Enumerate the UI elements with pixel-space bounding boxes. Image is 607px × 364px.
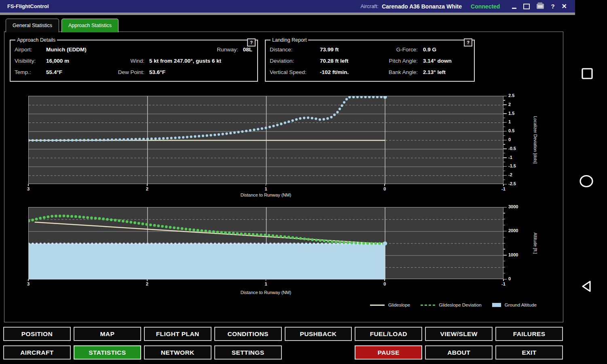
altitude-chart-plot-area (28, 207, 503, 279)
map-button[interactable]: MAP (74, 327, 141, 341)
dew-point-label: Dew Point: (110, 69, 144, 75)
localizer-x-axis-title: Distance to Runway (NM) (28, 193, 503, 197)
y-axis-tick-label: 1.5 (508, 111, 514, 116)
settings-button[interactable]: SETTINGS (214, 345, 282, 360)
tab-general-statistics[interactable]: General Statistics (6, 19, 59, 32)
y-axis-tick-label: 0.5 (508, 128, 514, 133)
y-axis-minor-tick (503, 135, 505, 136)
approach-row-visibility: Visibility: 16,000 m Wind: 5 kt from 247… (15, 55, 253, 66)
visibility-label: Visibility: (15, 58, 46, 64)
about-button[interactable]: ABOUT (425, 345, 493, 360)
y-axis-tick (503, 140, 507, 141)
y-axis-tick (503, 104, 507, 105)
y-axis-minor-tick (503, 225, 505, 225)
y-axis-tick (503, 279, 507, 280)
y-axis-tick (503, 255, 507, 256)
landing-report-panel: Landing Report ? Distance: 73.99 ft G-Fo… (265, 37, 475, 82)
approach-details-panel: Approach Details ? Airport: Munich (EDDM… (10, 37, 258, 82)
chart-canvas (29, 207, 504, 279)
vertical-speed-label: Vertical Speed: (270, 69, 320, 75)
y-axis-tick (503, 207, 507, 208)
aircraft-label: Aircraft: (360, 3, 379, 9)
approach-details-title: Approach Details (15, 37, 57, 43)
fs-flightcontrol-window: FS-FlightControl Aircraft: Carenado A36 … (0, 0, 607, 364)
dew-point-value: 53.6°F (149, 69, 165, 75)
maximize-icon[interactable] (523, 4, 530, 9)
y-axis-tick-label: 2.5 (508, 93, 514, 98)
y-axis-tick-label: 0 (508, 137, 511, 142)
y-axis-tick-label: -0.5 (508, 146, 516, 151)
x-axis-tick-label: 1 (258, 281, 274, 286)
runway-label: Runway: (217, 47, 238, 53)
close-icon[interactable]: ✕ (562, 2, 567, 10)
landing-row-deviation: Deviation: 70.28 ft left Pitch Angle: 3.… (270, 55, 470, 66)
y-axis-tick-label: 2000 (508, 228, 518, 233)
altitude-chart-legend: Glideslope Glideslope Deviation Ground A… (370, 303, 537, 307)
legend-item-glideslope-deviation: Glideslope Deviation (421, 303, 481, 307)
android-recents-icon[interactable] (581, 67, 594, 80)
fuel-load-button[interactable]: FUEL/LOAD (355, 327, 422, 341)
conditions-button[interactable]: CONDITIONS (214, 327, 282, 341)
landing-report-title: Landing Report (271, 37, 308, 43)
pushback-button[interactable]: PUSHBACK (285, 327, 352, 341)
y-axis-minor-tick (503, 213, 505, 213)
legend-label: Glideslope Deviation (439, 303, 481, 307)
y-axis-tick (503, 157, 507, 158)
y-axis-tick-label: 2 (508, 102, 511, 107)
bank-angle-value: 2.13° left (423, 69, 446, 75)
approach-row-airport: Airport: Munich (EDDM) Runway: 08L (15, 44, 253, 55)
ground-altitude-swatch (492, 303, 501, 307)
y-axis-tick (503, 184, 507, 185)
landing-row-distance: Distance: 73.99 ft G-Force: 0.9 G (270, 44, 470, 55)
statistics-button[interactable]: STATISTICS (74, 345, 141, 360)
y-axis-tick (503, 113, 507, 114)
y-axis-minor-tick (503, 249, 505, 249)
y-axis-tick-label: 3000 (508, 204, 518, 209)
localizer-chart-plot-area (28, 96, 503, 184)
minimize-icon[interactable] (512, 8, 516, 9)
x-axis-tick-label: 0 (376, 186, 393, 191)
chart-canvas (29, 96, 504, 184)
help-icon[interactable]: ? (551, 3, 554, 10)
y-axis-tick (503, 175, 507, 176)
vertical-speed-value: -102 ft/min. (320, 69, 387, 75)
app-title: FS-FlightControl (7, 3, 49, 9)
x-axis-tick (147, 184, 148, 186)
pause-button[interactable]: PAUSE (355, 345, 422, 360)
x-axis-tick-label: 3 (20, 281, 36, 286)
x-axis-tick (147, 279, 148, 281)
landing-report-help-button[interactable]: ? (464, 38, 472, 47)
altitude-y-axis-title: Altitude [ft.] (532, 207, 539, 279)
y-axis-tick-label: -2 (508, 172, 512, 177)
y-axis-minor-tick (503, 219, 505, 219)
nav-button-row-2: AIRCRAFT STATISTICS NETWORK SETTINGS PAU… (3, 345, 563, 360)
gforce-label: G-Force: (387, 47, 418, 53)
exit-button[interactable]: EXIT (495, 345, 563, 360)
tab-approach-statistics[interactable]: Approach Statistics (61, 19, 118, 32)
localizer-deviation-chart: 2.521.510.50-0.5-1-1.5-2-2.53210-1 (28, 96, 503, 184)
x-axis-tick-label: -1 (495, 186, 512, 191)
y-axis-tick (503, 96, 507, 97)
view-slew-button[interactable]: VIEW/SLEW (425, 327, 493, 341)
y-axis-minor-tick (503, 273, 505, 273)
pitch-angle-value: 3.14° down (423, 58, 452, 64)
android-home-icon[interactable] (579, 174, 594, 188)
y-axis-tick (503, 122, 507, 123)
y-axis-minor-tick (503, 261, 505, 261)
landing-row-vspeed: Vertical Speed: -102 ft/min. Bank Angle:… (270, 66, 470, 78)
x-axis-tick (266, 184, 266, 186)
print-icon[interactable] (537, 4, 544, 9)
flight-plan-button[interactable]: FLIGHT PLAN (144, 327, 211, 341)
position-button[interactable]: POSITION (3, 327, 71, 341)
airport-value: Munich (EDDM) (46, 47, 110, 53)
y-axis-tick-label: 0 (508, 276, 511, 281)
failures-button[interactable]: FAILURES (495, 327, 563, 341)
titlebar-divider (0, 13, 575, 15)
aircraft-button[interactable]: AIRCRAFT (3, 345, 71, 360)
network-button[interactable]: NETWORK (144, 345, 211, 360)
approach-details-help-button[interactable]: ? (247, 38, 256, 47)
android-back-icon[interactable] (581, 280, 593, 293)
y-axis-tick-label: -1 (508, 155, 512, 160)
connection-status: Connected (471, 3, 500, 10)
approach-row-temp: Temp.: 55.4°F Dew Point: 53.6°F (15, 66, 253, 78)
